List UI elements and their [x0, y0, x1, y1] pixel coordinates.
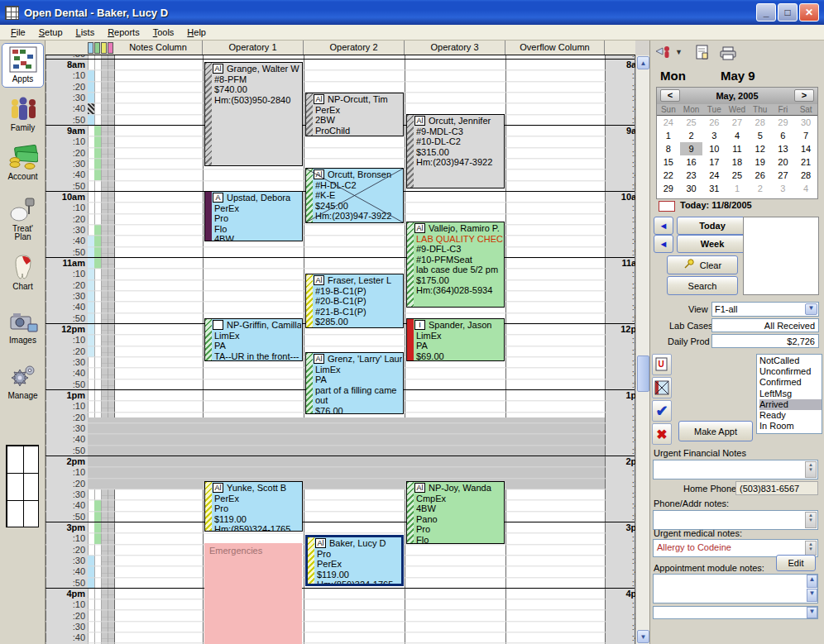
spinner-icon[interactable]: ▲▼	[805, 541, 817, 556]
calendar-day-cell[interactable]: 3	[702, 129, 726, 142]
menu-file[interactable]: File	[5, 26, 31, 39]
confirm-check-icon[interactable]: ✔	[652, 400, 672, 422]
calendar-day-cell[interactable]: 30	[680, 182, 703, 195]
scroll-down-icon[interactable]: ▼	[637, 630, 649, 643]
calendar-day-cell[interactable]: 27	[772, 169, 795, 182]
status-item-notcalled[interactable]: NotCalled	[759, 355, 822, 366]
calendar-day-cell[interactable]: 5	[749, 129, 772, 142]
calendar-day-cell[interactable]: 11	[726, 142, 749, 155]
calendar-day-cell[interactable]: 2	[749, 182, 772, 195]
status-item-ready[interactable]: Ready	[759, 410, 822, 421]
calendar-day-cell[interactable]: 17	[702, 155, 726, 169]
appointment-fraser[interactable]: AlFraser, Lester L#19-B-C1(P)#20-B-C1(P)…	[305, 274, 404, 328]
appointment-spander[interactable]: ISpander, JasonLimExPA$69.00	[406, 318, 505, 361]
appointment-yunke[interactable]: AlYunke, Scott BPerExPro$119.00Hm:(859)3…	[204, 481, 303, 532]
break-appt-icon[interactable]	[652, 377, 672, 398]
sidebar-item-images[interactable]: Images	[2, 309, 44, 345]
make-appt-button[interactable]: Make Appt	[678, 421, 753, 441]
menu-tools[interactable]: Tools	[147, 26, 180, 39]
calendar-day-cell[interactable]: 3	[772, 182, 795, 195]
calendar-day-cell[interactable]: 6	[772, 129, 795, 142]
chevron-down-icon[interactable]: ▼	[675, 48, 683, 56]
today-button[interactable]: Today	[677, 217, 748, 235]
appointment-grenz[interactable]: AlGrenz, 'Larry' LaurenceLimExPApart of …	[305, 352, 404, 414]
calendar-day-cell[interactable]: 23	[680, 169, 703, 182]
calendar-day-grid[interactable]: 2425262728293012345678910111213141516171…	[657, 116, 817, 196]
view-dropdown[interactable]: F1-all ▼	[711, 302, 819, 317]
minimize-button[interactable]: _	[756, 3, 776, 21]
close-button[interactable]: ✕	[799, 3, 819, 21]
urgent-financial-input[interactable]: ▲▼	[653, 460, 818, 479]
calendar-day-cell[interactable]: 19	[749, 155, 772, 169]
calendar-day-cell[interactable]: 8	[657, 142, 680, 155]
calendar-day-cell[interactable]: 10	[702, 142, 726, 155]
sidebar-item-treatplan[interactable]: Treat'Plan	[2, 196, 44, 241]
calendar-day-cell[interactable]: 26	[749, 169, 772, 182]
appointment-orcutt[interactable]: AlOrcutt, Bronsen#H-DL-C2#K-E$245.00Hm:(…	[305, 168, 404, 223]
spinner-icon[interactable]: ▲▼	[805, 461, 817, 478]
delete-x-icon[interactable]: ✖	[652, 423, 672, 445]
appointment-baker[interactable]: AlBaker, Lucy DProPerEx$119.00Hm:(859)32…	[305, 535, 404, 586]
appointment-npjoy[interactable]: AlNP-Joy, WandaCmpEx4BWPanoProFlo	[406, 481, 505, 544]
schedule-grid[interactable]: :50:508am8am:10:10:20:20:30:30:40:40:50:…	[46, 55, 635, 644]
today-back-icon[interactable]: ◄	[654, 217, 673, 235]
print-icon[interactable]	[720, 46, 736, 62]
calendar-day-cell[interactable]: 18	[726, 155, 749, 169]
calendar-day-cell[interactable]: 16	[680, 155, 703, 169]
appt-module-notes-input[interactable]	[653, 574, 818, 603]
calendar-day-cell[interactable]: 26	[702, 116, 726, 129]
emergencies-block[interactable]: Emergencies	[204, 543, 302, 644]
appointment-orcutt[interactable]: AlOrcutt, Jennifer#9-MDL-C3#10-DL-C2$315…	[406, 114, 505, 188]
status-item-leftmsg[interactable]: LeftMsg	[759, 389, 822, 399]
week-back-icon[interactable]: ◄	[654, 235, 673, 253]
calendar-day-cell[interactable]: 25	[680, 116, 703, 129]
search-button[interactable]: Search	[667, 276, 738, 295]
calendar-day-cell[interactable]: 1	[657, 129, 680, 142]
calendar-day-cell[interactable]: 4	[726, 129, 749, 142]
appointment-vallejo[interactable]: AlVallejo, Ramiro P.LAB QUALITY CHECKE#9…	[406, 222, 505, 308]
scroll-down-icon[interactable]: ▼	[807, 607, 817, 618]
appointment-grange[interactable]: AlGrange, Walter W#8-PFM$740.00Hm:(503)9…	[204, 62, 303, 166]
calendar-day-cell[interactable]: 4	[794, 182, 817, 195]
clear-button[interactable]: Clear	[667, 255, 738, 274]
calendar-day-cell[interactable]: 30	[794, 116, 817, 129]
calendar-day-cell[interactable]: 29	[657, 182, 680, 195]
calendar-next-icon[interactable]: >	[794, 89, 814, 102]
status-item-confirmed[interactable]: Confirmed	[759, 377, 822, 388]
scroll-up-icon[interactable]: ▲	[637, 56, 649, 69]
menu-help[interactable]: Help	[181, 26, 212, 39]
calendar-day-cell[interactable]: 28	[749, 116, 772, 129]
calendar-day-cell[interactable]: 21	[794, 155, 817, 169]
menu-setup[interactable]: Setup	[33, 26, 69, 39]
spinner-icon[interactable]: ▲▼	[805, 512, 817, 528]
calendar-day-cell[interactable]: 24	[657, 116, 680, 129]
calendar-day-cell[interactable]: 28	[794, 169, 817, 182]
scroll-down-icon[interactable]: ▼	[807, 589, 817, 602]
status-item-unconfirmed[interactable]: Unconfirmed	[759, 366, 822, 377]
maximize-button[interactable]: □	[778, 3, 798, 21]
sidebar-item-family[interactable]: Family	[2, 97, 44, 132]
provider-flag-icon[interactable]	[655, 45, 673, 61]
calendar-day-cell[interactable]: 12	[749, 142, 772, 155]
calendar-day-cell[interactable]: 22	[657, 169, 680, 182]
calendar-prev-icon[interactable]: <	[660, 89, 680, 102]
appointment-upstad[interactable]: AUpstad, DeboraPerExProFlo4BW	[204, 191, 303, 241]
calendar-day-cell[interactable]: 31	[702, 182, 726, 195]
scroll-up-icon[interactable]: ▲	[807, 575, 817, 588]
pinboard-list[interactable]	[743, 217, 819, 295]
calendar-day-cell[interactable]: 14	[794, 142, 817, 155]
extra-note-input[interactable]	[653, 606, 818, 619]
unscheduled-grid-icon[interactable]	[6, 445, 39, 527]
sidebar-item-manage[interactable]: Manage	[2, 363, 44, 400]
calendar-day-cell[interactable]: 1	[726, 182, 749, 195]
calendar-day-cell[interactable]: 29	[772, 116, 795, 129]
calendar-day-cell[interactable]: 27	[726, 116, 749, 129]
calendar-day-cell[interactable]: 20	[772, 155, 795, 169]
edit-button[interactable]: Edit	[776, 555, 816, 571]
calendar-day-cell[interactable]: 7	[794, 129, 817, 142]
schedule-scrollbar[interactable]: ▲ ▼	[635, 55, 649, 644]
sidebar-item-chart[interactable]: Chart	[2, 254, 44, 291]
view-chevron-icon[interactable]: ▼	[805, 303, 817, 315]
calendar-day-cell[interactable]: 9	[680, 142, 703, 155]
calendar-day-cell[interactable]: 2	[680, 129, 703, 142]
